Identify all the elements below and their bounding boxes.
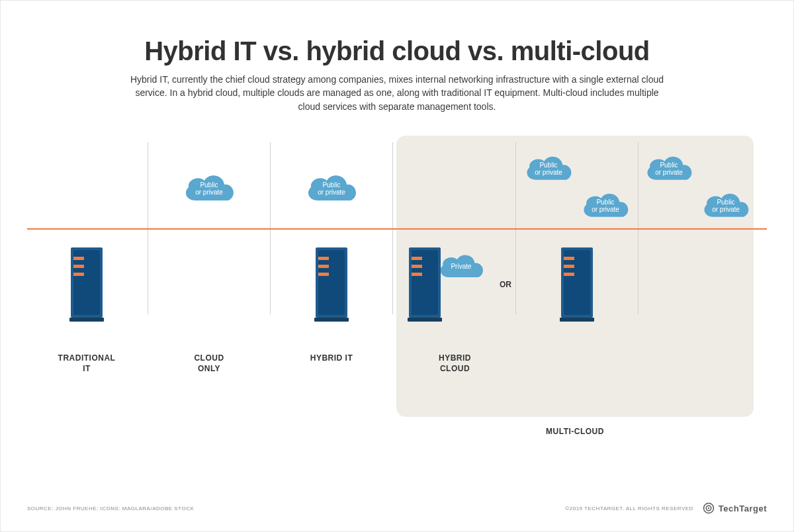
cloud-icon: Publicor private bbox=[521, 152, 576, 186]
server-row bbox=[272, 228, 391, 341]
col-hybrid-it: Publicor private HYBRID IT bbox=[272, 149, 391, 492]
svg-point-2 bbox=[708, 508, 709, 509]
cloud-label: Publicor private bbox=[706, 199, 746, 214]
server-row: Private OR bbox=[394, 228, 515, 341]
server-row bbox=[640, 228, 755, 341]
page-title: Hybrid IT vs. hybrid cloud vs. multi-clo… bbox=[27, 36, 767, 66]
diagram-inner: Hybrid IT vs. hybrid cloud vs. multi-clo… bbox=[27, 17, 767, 492]
cloud-row: Publicor private bbox=[272, 149, 391, 228]
techtarget-logo: TechTarget bbox=[703, 502, 767, 514]
target-icon bbox=[703, 502, 715, 514]
col-multicloud-b: Publicor private Publicor private bbox=[640, 149, 755, 492]
page-subtitle: Hybrid IT, currently the chief cloud str… bbox=[126, 73, 668, 113]
footer-source: SOURCE: JOHN FRUEHE; ICONS: MAGLARA/ADOB… bbox=[27, 506, 194, 511]
col-hybrid-cloud: Private OR HYBRIDCLOUD bbox=[394, 149, 515, 492]
server-icon bbox=[560, 247, 594, 322]
server-row bbox=[150, 228, 269, 341]
cloud-icon: Publicor private bbox=[641, 152, 697, 186]
footer-copyright: ©2019 TECHTARGET. ALL RIGHTS RESERVED bbox=[565, 506, 693, 511]
or-label: OR bbox=[500, 280, 511, 289]
col-label: HYBRID IT bbox=[310, 353, 353, 363]
col-label: TRADITIONALIT bbox=[58, 353, 116, 374]
cloud-icon: Publicor private bbox=[302, 170, 361, 207]
brand-text: TechTarget bbox=[719, 504, 767, 513]
server-row bbox=[517, 228, 637, 341]
cloud-label: Publicor private bbox=[649, 161, 689, 177]
cloud-label: Publicor private bbox=[189, 181, 229, 197]
col-multicloud-a: Publicor private Publicor private bbox=[517, 149, 637, 492]
diagram-frame: Hybrid IT vs. hybrid cloud vs. multi-clo… bbox=[0, 0, 794, 532]
cloud-row: Publicor private Publicor private bbox=[517, 149, 637, 228]
cloud-icon: Publicor private bbox=[698, 189, 754, 223]
cloud-icon-private: Private bbox=[434, 250, 488, 283]
cloud-label: Publicor private bbox=[312, 181, 351, 197]
server-icon bbox=[69, 247, 104, 322]
col-label: HYBRIDCLOUD bbox=[439, 353, 471, 374]
cloud-icon: Publicor private bbox=[578, 189, 633, 223]
diagram-area: TRADITIONALIT Publicor private CLOUDONLY bbox=[27, 149, 767, 492]
col-traditional-it: TRADITIONALIT bbox=[27, 149, 146, 492]
server-icon bbox=[314, 247, 349, 322]
cloud-row bbox=[394, 149, 515, 228]
footer: SOURCE: JOHN FRUEHE; ICONS: MAGLARA/ADOB… bbox=[27, 502, 767, 514]
cloud-row: Publicor private bbox=[150, 149, 269, 228]
multicloud-label: MULTI-CLOUD bbox=[396, 427, 754, 436]
server-row bbox=[27, 228, 146, 341]
cloud-label-private: Private bbox=[445, 263, 478, 271]
cloud-row bbox=[27, 149, 146, 228]
cloud-label: Publicor private bbox=[529, 161, 568, 177]
cloud-row: Publicor private Publicor private bbox=[640, 149, 755, 228]
cloud-icon: Publicor private bbox=[179, 170, 239, 207]
col-label: CLOUDONLY bbox=[194, 353, 224, 374]
col-cloud-only: Publicor private CLOUDONLY bbox=[150, 149, 269, 492]
cloud-label: Publicor private bbox=[586, 199, 625, 214]
